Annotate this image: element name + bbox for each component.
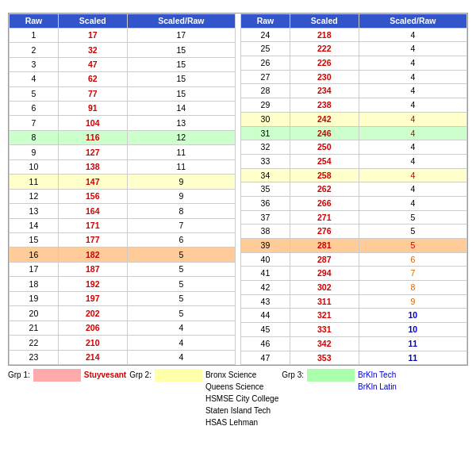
table-cell-scaled: 230 <box>290 70 359 84</box>
table-row: 41 <box>241 267 290 281</box>
cutoff-section: Grp 1:StuyvesantGrp 2:Bronx ScienceQueen… <box>8 369 468 428</box>
table-cell-ratio: 4 <box>359 56 466 71</box>
table-row: 18 <box>10 277 59 291</box>
table-cell-ratio: 9 <box>127 175 235 189</box>
group-label-1: Grp 1: <box>8 369 30 379</box>
table-cell-scaled: 206 <box>58 321 127 335</box>
group-label-3: Grp 3: <box>282 369 304 379</box>
table-row: 29 <box>241 98 290 113</box>
table-row: 3 <box>10 57 59 71</box>
table-cell-ratio: 4 <box>359 196 466 210</box>
table-cell-ratio: 14 <box>127 101 235 115</box>
group-color-3 <box>307 369 355 382</box>
table-row: 21 <box>10 321 59 335</box>
table-row: 1 <box>10 28 59 42</box>
table-row: 19 <box>10 291 59 305</box>
table-row: 30 <box>241 112 290 126</box>
table-cell-ratio: 4 <box>359 140 466 155</box>
table-cell-scaled: 182 <box>58 248 127 262</box>
table-cell-ratio: 4 <box>359 28 466 42</box>
table-cell-scaled: 242 <box>290 112 359 126</box>
table-cell-scaled: 276 <box>290 225 359 239</box>
table-cell-ratio: 5 <box>127 306 235 321</box>
group-schools-1: Stuyvesant <box>84 369 126 381</box>
table-row: 28 <box>241 84 290 98</box>
table-cell-ratio: 13 <box>127 116 235 130</box>
table-cell-ratio: 11 <box>359 336 466 351</box>
table-cell-scaled: 156 <box>58 189 127 203</box>
table-cell-scaled: 138 <box>58 159 127 174</box>
table-row: 20 <box>10 306 59 321</box>
table-row: 27 <box>241 70 290 84</box>
left-header-raw: Raw <box>10 14 59 29</box>
table-cell-scaled: 77 <box>58 86 127 101</box>
table-cell-ratio: 5 <box>359 210 466 225</box>
table-cell-scaled: 250 <box>290 140 359 155</box>
table-cell-ratio: 8 <box>359 281 466 295</box>
table-row: 7 <box>10 116 59 130</box>
table-cell-ratio: 7 <box>127 218 235 232</box>
table-cell-ratio: 4 <box>127 321 235 335</box>
group-box-1: Grp 1:Stuyvesant <box>8 369 126 382</box>
school-name: BrKln Latin <box>358 381 397 393</box>
table-cell-ratio: 6 <box>127 233 235 248</box>
group-schools-2: Bronx ScienceQueens ScienceHSMSE City Co… <box>205 369 278 428</box>
table-row: 25 <box>241 42 290 56</box>
table-cell-scaled: 238 <box>290 98 359 113</box>
right-header-scaled: Scaled <box>290 14 359 29</box>
table-cell-scaled: 218 <box>290 28 359 42</box>
group-color-1 <box>33 369 81 382</box>
groups-row: Grp 1:StuyvesantGrp 2:Bronx ScienceQueen… <box>8 369 468 428</box>
table-cell-scaled: 353 <box>290 351 359 365</box>
table-cell-ratio: 4 <box>359 154 466 168</box>
table-row: 39 <box>241 239 290 253</box>
table-row: 40 <box>241 252 290 267</box>
table-cell-scaled: 294 <box>290 267 359 281</box>
table-cell-scaled: 47 <box>58 57 127 71</box>
table-cell-scaled: 214 <box>58 350 127 365</box>
table-cell-ratio: 5 <box>127 248 235 262</box>
table-row: 38 <box>241 225 290 239</box>
table-row: 34 <box>241 168 290 182</box>
group-box-3: Grp 3:BrKln TechBrKln Latin <box>282 369 397 393</box>
group-color-2 <box>155 369 202 382</box>
table-row: 17 <box>10 262 59 276</box>
table-row: 8 <box>10 130 59 144</box>
table-row: 15 <box>10 233 59 248</box>
table-cell-ratio: 5 <box>127 262 235 276</box>
table-cell-ratio: 11 <box>127 159 235 174</box>
table-cell-scaled: 271 <box>290 210 359 225</box>
table-row: 16 <box>10 248 59 262</box>
table-cell-scaled: 164 <box>58 204 127 218</box>
school-name: HSAS Lehman <box>205 416 278 428</box>
table-cell-ratio: 4 <box>359 168 466 182</box>
page: Raw Scaled Scaled/Raw 117172321534715462… <box>0 0 476 435</box>
table-cell-ratio: 4 <box>359 126 466 140</box>
table-cell-ratio: 5 <box>359 239 466 253</box>
table-cell-scaled: 91 <box>58 101 127 115</box>
right-header-ratio: Scaled/Raw <box>359 14 466 29</box>
table-cell-scaled: 177 <box>58 233 127 248</box>
table-cell-ratio: 10 <box>359 309 466 323</box>
table-cell-scaled: 262 <box>290 182 359 197</box>
table-cell-ratio: 9 <box>127 189 235 203</box>
table-cell-scaled: 32 <box>58 43 127 57</box>
group-label-2: Grp 2: <box>129 369 152 379</box>
table-row: 2 <box>10 43 59 57</box>
table-cell-ratio: 6 <box>359 252 466 267</box>
group-schools-3: BrKln TechBrKln Latin <box>358 369 397 393</box>
table-cell-scaled: 226 <box>290 56 359 71</box>
school-name: Queens Science <box>205 381 278 393</box>
table-cell-scaled: 147 <box>58 175 127 189</box>
right-header-raw: Raw <box>241 14 290 29</box>
table-row: 5 <box>10 86 59 101</box>
table-row: 11 <box>10 175 59 189</box>
table-row: 22 <box>10 336 59 350</box>
table-row: 46 <box>241 336 290 351</box>
table-cell-ratio: 15 <box>127 72 235 86</box>
right-table: Raw Scaled Scaled/Raw 242184252224262264… <box>240 13 467 365</box>
table-cell-ratio: 4 <box>359 70 466 84</box>
table-row: 24 <box>241 28 290 42</box>
table-row: 9 <box>10 145 59 159</box>
table-row: 26 <box>241 56 290 71</box>
